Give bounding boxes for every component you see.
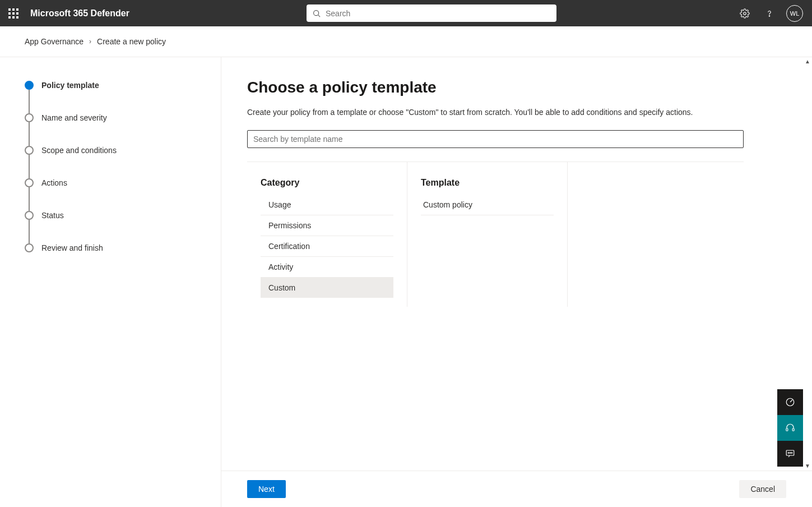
step-label: Policy template bbox=[41, 81, 99, 90]
chat-icon bbox=[785, 449, 795, 459]
app-launcher-icon[interactable] bbox=[0, 0, 27, 26]
template-list: Custom policy bbox=[421, 195, 554, 215]
step-marker-icon bbox=[25, 113, 34, 122]
step-marker-icon bbox=[25, 146, 34, 155]
step-scope-conditions[interactable]: Scope and conditions bbox=[25, 146, 221, 155]
category-heading: Category bbox=[261, 178, 393, 188]
chevron-right-icon: › bbox=[89, 38, 91, 45]
step-review-finish[interactable]: Review and finish bbox=[25, 243, 221, 252]
svg-point-8 bbox=[788, 453, 789, 454]
svg-point-3 bbox=[769, 15, 769, 16]
headset-icon bbox=[785, 423, 795, 433]
category-column: Category Usage Permissions Certification… bbox=[247, 162, 407, 307]
help-icon bbox=[764, 8, 774, 19]
gear-icon bbox=[740, 8, 750, 19]
widget-feedback[interactable] bbox=[777, 441, 803, 467]
step-policy-template[interactable]: Policy template bbox=[25, 81, 221, 90]
search-input[interactable] bbox=[326, 9, 551, 18]
step-label: Name and severity bbox=[41, 113, 107, 122]
page-description: Create your policy from a template or ch… bbox=[247, 108, 786, 117]
details-column bbox=[568, 162, 744, 307]
main-panel: Choose a policy template Create your pol… bbox=[221, 57, 812, 507]
step-label: Scope and conditions bbox=[41, 146, 117, 155]
user-avatar[interactable]: WL bbox=[786, 5, 803, 22]
step-marker-icon bbox=[25, 81, 34, 90]
category-list: Usage Permissions Certification Activity… bbox=[261, 195, 393, 298]
side-widgets bbox=[777, 389, 803, 467]
template-heading: Template bbox=[421, 178, 554, 188]
cancel-button[interactable]: Cancel bbox=[739, 480, 786, 498]
step-connector bbox=[29, 90, 30, 113]
template-search-input[interactable] bbox=[247, 130, 744, 148]
step-label: Review and finish bbox=[41, 243, 103, 252]
app-title: Microsoft 365 Defender bbox=[30, 8, 129, 19]
global-header: Microsoft 365 Defender WL bbox=[0, 0, 812, 26]
step-connector bbox=[29, 220, 30, 243]
step-label: Actions bbox=[41, 178, 67, 187]
step-name-severity[interactable]: Name and severity bbox=[25, 113, 221, 122]
settings-button[interactable] bbox=[734, 0, 756, 26]
step-marker-icon bbox=[25, 178, 34, 187]
search-wrap bbox=[129, 4, 734, 22]
step-marker-icon bbox=[25, 243, 34, 252]
gauge-icon bbox=[785, 397, 795, 407]
template-columns: Category Usage Permissions Certification… bbox=[247, 162, 744, 307]
work-area: Policy template Name and severity Scope … bbox=[0, 57, 812, 507]
category-item-certification[interactable]: Certification bbox=[261, 236, 393, 257]
step-status[interactable]: Status bbox=[25, 211, 221, 220]
svg-point-10 bbox=[791, 453, 792, 454]
step-connector bbox=[29, 155, 30, 178]
breadcrumb: App Governance › Create a new policy bbox=[0, 26, 812, 57]
scroll-down-icon[interactable]: ▼ bbox=[805, 463, 810, 469]
wizard-stepper: Policy template Name and severity Scope … bbox=[0, 57, 221, 507]
template-column: Template Custom policy bbox=[407, 162, 568, 307]
step-label: Status bbox=[41, 211, 64, 220]
category-item-usage[interactable]: Usage bbox=[261, 195, 393, 215]
next-button[interactable]: Next bbox=[247, 480, 286, 498]
svg-rect-6 bbox=[792, 428, 794, 431]
svg-point-0 bbox=[314, 10, 319, 15]
svg-point-9 bbox=[790, 453, 791, 454]
help-button[interactable] bbox=[758, 0, 781, 26]
step-actions[interactable]: Actions bbox=[25, 178, 221, 187]
svg-point-2 bbox=[744, 12, 746, 15]
widget-gauge[interactable] bbox=[777, 389, 803, 415]
step-marker-icon bbox=[25, 211, 34, 220]
search-icon bbox=[312, 9, 321, 18]
breadcrumb-item-1[interactable]: Create a new policy bbox=[97, 37, 166, 46]
step-connector bbox=[29, 187, 30, 211]
breadcrumb-item-0[interactable]: App Governance bbox=[25, 37, 83, 46]
wizard-footer: Next Cancel bbox=[221, 471, 812, 507]
step-connector bbox=[29, 122, 30, 146]
category-item-permissions[interactable]: Permissions bbox=[261, 215, 393, 236]
template-item-custom-policy[interactable]: Custom policy bbox=[421, 195, 554, 215]
svg-rect-5 bbox=[786, 428, 788, 431]
header-actions: WL bbox=[734, 0, 806, 26]
scroll-up-icon[interactable]: ▲ bbox=[805, 58, 810, 64]
category-item-activity[interactable]: Activity bbox=[261, 257, 393, 278]
category-item-custom[interactable]: Custom bbox=[261, 278, 393, 298]
widget-support[interactable] bbox=[777, 415, 803, 441]
waffle-icon bbox=[8, 8, 18, 19]
svg-line-1 bbox=[318, 15, 321, 17]
global-search[interactable] bbox=[307, 4, 556, 22]
page-title: Choose a policy template bbox=[247, 79, 786, 96]
